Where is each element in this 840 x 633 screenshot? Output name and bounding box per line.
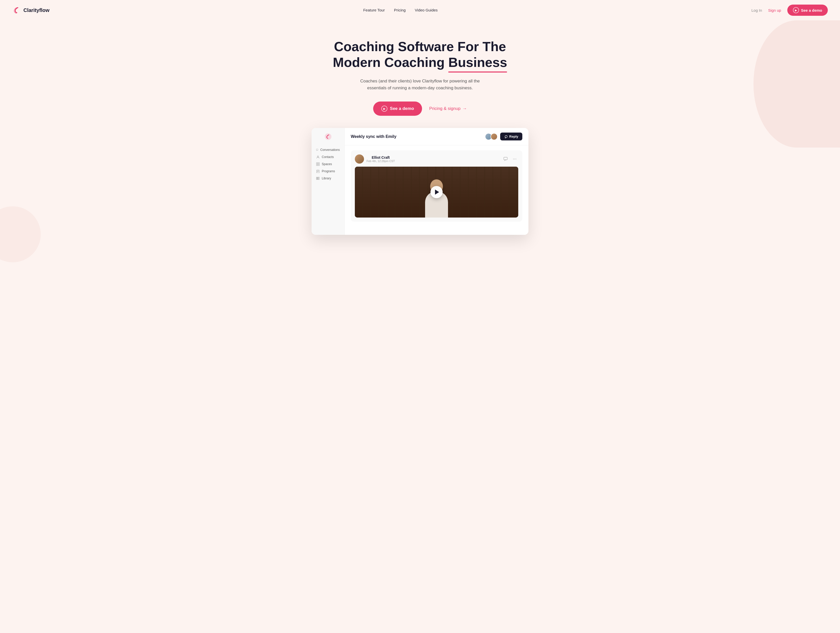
hero-content: Coaching Software For The Modern Coachin… — [6, 39, 834, 116]
nav-feature-tour[interactable]: Feature Tour — [363, 8, 385, 12]
reply-button[interactable]: Reply — [500, 132, 522, 140]
hero-demo-button[interactable]: ▶ See a demo — [373, 101, 422, 116]
sidebar-item-programs[interactable]: Programs — [314, 168, 343, 175]
hero-subtitle: Coaches (and their clients) love Clarity… — [354, 77, 486, 91]
sidebar-nav: Conversations Contacts — [311, 146, 344, 182]
svg-rect-4 — [318, 162, 319, 164]
svg-point-14 — [516, 159, 516, 159]
hero-pricing-link[interactable]: Pricing & signup → — [429, 106, 467, 111]
play-button[interactable] — [430, 186, 443, 198]
sidebar-item-library[interactable]: Library — [314, 175, 343, 182]
login-link[interactable]: Log In — [752, 8, 762, 13]
author-date: Feb 4th, 12:28pm CST — [366, 159, 395, 162]
svg-rect-11 — [504, 157, 507, 160]
hero-section: Coaching Software For The Modern Coachin… — [0, 20, 840, 247]
svg-rect-6 — [318, 164, 319, 165]
svg-rect-8 — [316, 177, 317, 180]
hero-actions: ▶ See a demo Pricing & signup → — [6, 101, 834, 116]
message-author: Elliot Craft Feb 4th, 12:28pm CST — [355, 154, 395, 164]
svg-point-2 — [317, 156, 319, 157]
mockup-main: Weekly sync with Emily Reply — [345, 128, 529, 235]
nav-video-guides[interactable]: Video Guides — [415, 8, 438, 12]
author-info: Elliot Craft Feb 4th, 12:28pm CST — [366, 156, 395, 162]
message-header: Elliot Craft Feb 4th, 12:28pm CST — [355, 154, 518, 164]
svg-point-0 — [325, 133, 332, 140]
video-person — [425, 180, 448, 217]
svg-rect-10 — [319, 177, 319, 180]
svg-rect-9 — [317, 177, 318, 180]
author-name: Elliot Craft — [366, 156, 395, 159]
programs-icon — [316, 169, 320, 173]
sidebar-logo — [311, 133, 344, 140]
svg-point-13 — [515, 159, 515, 159]
bg-shape-left — [0, 206, 41, 262]
play-circle-icon: ▶ — [381, 106, 387, 112]
author-avatar — [355, 154, 364, 164]
nav-demo-button[interactable]: ▶ See a demo — [787, 5, 828, 16]
app-mockup: Conversations Contacts — [305, 128, 535, 235]
svg-point-12 — [513, 159, 514, 159]
comment-button[interactable] — [502, 156, 509, 162]
sidebar-item-conversations[interactable]: Conversations — [314, 146, 343, 153]
contacts-icon — [316, 155, 320, 159]
logo-text: Clarityflow — [24, 7, 49, 13]
avatar-user2 — [491, 133, 497, 140]
svg-rect-3 — [316, 162, 318, 164]
svg-rect-5 — [316, 164, 318, 165]
header-right: Reply — [485, 132, 522, 140]
nav-right: Log In Sign up ▶ See a demo — [752, 5, 828, 16]
mockup-window: Conversations Contacts — [311, 128, 529, 235]
comment-icon — [504, 157, 508, 161]
avatar-group — [485, 133, 497, 140]
video-thumbnail[interactable] — [355, 167, 518, 217]
navbar: Clarityflow Feature Tour Pricing Video G… — [0, 0, 840, 20]
play-triangle-icon — [435, 189, 439, 195]
svg-rect-1 — [316, 149, 318, 150]
nav-links: Feature Tour Pricing Video Guides — [363, 8, 437, 13]
play-icon: ▶ — [793, 7, 799, 13]
conversation-title: Weekly sync with Emily — [351, 134, 396, 139]
nav-pricing[interactable]: Pricing — [394, 8, 406, 12]
sidebar: Conversations Contacts — [311, 128, 345, 235]
logo-icon — [12, 6, 21, 15]
chat-icon — [316, 148, 318, 152]
sidebar-item-spaces[interactable]: Spaces — [314, 161, 343, 168]
message-card: Elliot Craft Feb 4th, 12:28pm CST — [351, 150, 522, 222]
hero-headline: Coaching Software For The Modern Coachin… — [331, 39, 509, 71]
mockup-header: Weekly sync with Emily Reply — [345, 128, 529, 145]
more-icon — [513, 157, 517, 161]
sidebar-item-contacts[interactable]: Contacts — [314, 153, 343, 161]
library-icon — [316, 176, 320, 180]
signup-link[interactable]: Sign up — [768, 8, 781, 13]
reply-icon — [504, 135, 508, 139]
sidebar-logo-icon — [325, 133, 332, 140]
mockup-content: Elliot Craft Feb 4th, 12:28pm CST — [345, 145, 529, 235]
message-actions — [502, 156, 518, 162]
spaces-icon — [316, 162, 320, 166]
logo-link[interactable]: Clarityflow — [12, 6, 49, 15]
more-options-button[interactable] — [511, 156, 518, 162]
